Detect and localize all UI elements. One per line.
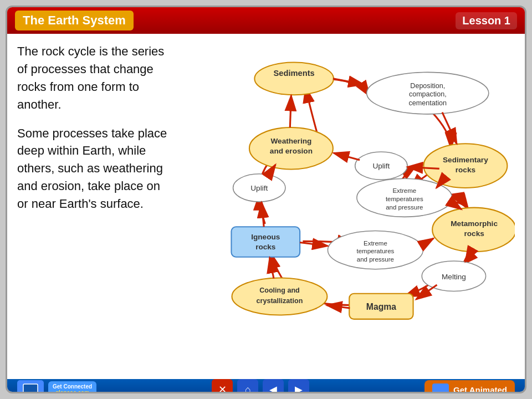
svg-text:rocks: rocks <box>464 229 484 238</box>
monitor-svg <box>23 383 38 393</box>
svg-text:Melting: Melting <box>442 273 466 281</box>
back-button[interactable]: ◀ <box>263 379 284 393</box>
close-button[interactable]: ✕ <box>212 379 233 393</box>
animated-monitor-icon <box>432 383 449 393</box>
svg-text:Sediments: Sediments <box>274 69 315 78</box>
svg-point-1 <box>254 63 334 95</box>
svg-line-38 <box>333 79 364 84</box>
footer-logo-text1: Get Connected <box>53 383 92 390</box>
svg-text:cementation: cementation <box>409 99 447 107</box>
header-lesson: Lesson 1 <box>456 12 517 29</box>
svg-line-48 <box>300 243 328 246</box>
svg-line-52 <box>290 95 291 127</box>
slide-container: The Earth System Lesson 1 The rock cycle… <box>6 6 526 393</box>
svg-text:Extreme: Extreme <box>392 187 416 194</box>
svg-text:Weathering: Weathering <box>270 137 311 145</box>
footer: Get Connected glencoe.com ✕ ⌂ ◀ ▶ Get An… <box>7 379 525 393</box>
svg-line-42 <box>334 153 360 160</box>
home-button[interactable]: ⌂ <box>237 379 258 393</box>
svg-rect-53 <box>23 384 38 393</box>
content-area: The rock cycle is the series of processe… <box>7 34 525 379</box>
svg-text:rocks: rocks <box>456 166 476 174</box>
svg-text:and erosion: and erosion <box>270 147 313 155</box>
footer-logo-text2: glencoe.com <box>55 390 89 393</box>
svg-text:Uplift: Uplift <box>372 162 390 170</box>
header-title: The Earth System <box>15 11 134 30</box>
diagram-panel: Sediments Deposition, compaction, cement… <box>178 43 515 370</box>
svg-line-49 <box>421 238 433 246</box>
svg-text:crystallization: crystallization <box>257 297 303 305</box>
svg-text:temperatures: temperatures <box>356 248 394 254</box>
svg-text:Igneous: Igneous <box>251 233 280 241</box>
svg-line-44 <box>466 251 471 262</box>
footer-logo: Get Connected glencoe.com <box>17 380 96 393</box>
svg-line-50 <box>262 202 264 227</box>
svg-text:Metamorphic: Metamorphic <box>451 219 498 228</box>
get-animated-label: Get Animated <box>453 385 507 393</box>
svg-text:and pressure: and pressure <box>357 256 394 263</box>
monitor-icon <box>17 380 44 393</box>
header: The Earth System Lesson 1 <box>7 7 525 34</box>
footer-nav: ✕ ⌂ ◀ ▶ <box>212 379 309 393</box>
svg-text:temperatures: temperatures <box>386 196 423 202</box>
svg-text:compaction,: compaction, <box>409 90 447 98</box>
svg-text:Magma: Magma <box>366 302 396 311</box>
text-panel: The rock cycle is the series of processe… <box>17 43 172 370</box>
footer-logo-box: Get Connected glencoe.com <box>48 381 96 393</box>
svg-text:rocks: rocks <box>255 243 276 251</box>
get-animated-button[interactable]: Get Animated <box>424 380 515 393</box>
svg-text:Uplift: Uplift <box>250 184 268 192</box>
svg-text:Deposition,: Deposition, <box>410 82 445 90</box>
svg-text:and pressure: and pressure <box>386 204 423 211</box>
rock-cycle-diagram: Sediments Deposition, compaction, cement… <box>178 43 515 370</box>
forward-button[interactable]: ▶ <box>288 379 309 393</box>
svg-text:Sedimentary: Sedimentary <box>443 156 488 164</box>
svg-text:Cooling and: Cooling and <box>259 287 300 294</box>
paragraph2: Some processes take place deep within Ea… <box>17 125 172 213</box>
svg-text:Extreme: Extreme <box>364 240 387 247</box>
svg-rect-21 <box>231 227 300 257</box>
paragraph1: The rock cycle is the series of processe… <box>17 43 172 114</box>
